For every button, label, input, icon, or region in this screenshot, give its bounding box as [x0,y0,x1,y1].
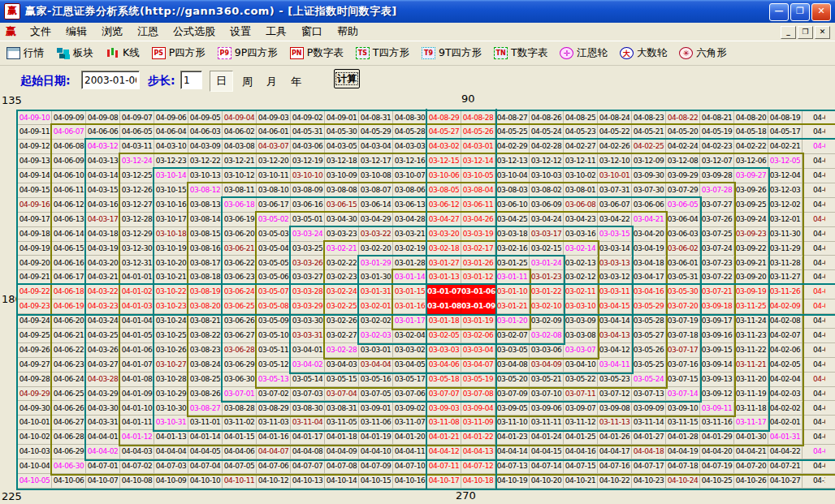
date-cell: 04-09-29 [18,387,52,402]
toolbar-item[interactable]: PSP四方形 [152,46,206,60]
date-cell: 03-05-02 [257,213,291,227]
date-cell: 03-05-21 [530,373,564,387]
unit-year-button[interactable]: 年 [291,75,301,89]
date-cell: 04-03-11 [120,140,154,154]
date-cell: 04-05-31 [291,125,325,140]
unit-day-button[interactable]: 日 [210,71,233,92]
start-date-cell: 03-01-08 [427,299,461,314]
toolbar-item[interactable]: ✛江恩轮 [560,46,608,60]
date-cell: 03-06-18 [223,198,257,213]
menu-item-5[interactable]: 设置 [223,24,258,39]
date-cell: 03-03-16 [564,227,598,242]
date-cell: 04-06-23 [52,358,86,373]
date-cell: 03-10-27 [154,358,188,373]
toolbar-item[interactable]: TNT数字表 [494,46,547,60]
date-cell: 04-01-17 [291,430,325,445]
toolbar-item[interactable]: PNP数字表 [290,46,344,60]
date-cell: 04-06-10 [52,169,86,183]
date-cell: 04-04-28 [803,373,835,387]
menu-item-2[interactable]: 浏览 [94,24,130,39]
date-cell: 03-12-08 [666,154,700,169]
menu-item-1[interactable]: 编辑 [58,24,94,39]
menu-item-8[interactable]: 帮助 [330,24,366,39]
date-cell: 03-11-29 [768,242,803,256]
date-cell: 03-04-08 [495,358,530,373]
date-cell: 03-09-27 [734,169,768,183]
date-cell: 04-08-30 [393,111,427,126]
date-cell: 04-03-20 [86,256,120,271]
date-cell: 04-10-25 [700,474,734,489]
date-cell: 03-09-25 [734,198,768,213]
window-minimize-button[interactable]: — [769,3,789,21]
toolbar-item-label: P四方形 [169,46,206,60]
window-close-button[interactable]: ✕ [811,3,831,21]
menu-item-7[interactable]: 窗口 [294,24,330,39]
toolbar-item[interactable]: K线 [106,46,140,60]
menu-item-4[interactable]: 公式选股 [166,24,223,39]
toolbar-item-label: 六角形 [696,46,727,60]
date-cell: 03-09-06 [530,402,564,416]
date-cell: 04-03-27 [86,358,120,373]
date-cell: 04-03-12 [86,140,120,154]
date-cell: 03-06-09 [530,198,564,213]
toolbar-item-label: 大数轮 [637,46,668,60]
toolbar-item[interactable]: T99T四方形 [422,46,482,60]
toolbar-item[interactable]: 行情 [6,46,44,60]
date-cell: 04-09-24 [18,314,52,329]
calculate-button[interactable]: 计算 [334,69,360,88]
toolbar-item-label: T四方形 [373,46,409,60]
toolbar-item[interactable]: P99P四方形 [218,46,278,60]
unit-week-button[interactable]: 周 [242,75,253,89]
child-restore-button[interactable]: ❐ [798,26,813,39]
date-cell: 04-10-08 [120,474,154,489]
date-cell: 03-03-30 [291,314,325,329]
toolbar-item[interactable]: 大大数轮 [620,46,668,60]
date-cell: 03-09-17 [700,314,734,329]
date-cell: 03-03-12 [598,270,632,285]
child-close-button[interactable]: ✕ [815,26,830,39]
date-cell: 03-05-13 [257,373,291,387]
parameter-bar: 起始日期: 步长: 日 周 月 年 计算 [0,66,835,109]
angle-label-90: 90 [461,93,475,105]
unit-month-button[interactable]: 月 [266,75,277,89]
date-cell: 03-04-09 [530,358,564,373]
date-cell: 03-08-14 [188,213,223,227]
date-cell: 03-06-01 [666,256,700,271]
date-cell: 03-05-23 [598,373,632,387]
toolbar-item[interactable]: ✳六角形 [679,46,727,60]
date-cell: 04-02-24 [666,140,700,154]
date-cell: 03-03-05 [495,343,530,358]
date-cell: 03-01-17 [393,314,427,329]
menu-item-0[interactable]: 文件 [23,24,58,39]
window-restore-button[interactable]: ❐ [790,3,810,21]
menu-item-3[interactable]: 江恩 [130,24,166,39]
date-cell: 03-11-06 [359,416,393,430]
menu-item-6[interactable]: 工具 [258,24,294,39]
date-cell: 03-10-28 [154,373,188,387]
date-cell: 03-02-02 [359,314,393,329]
window-title: 赢家-江恩证券分析系统(http://gann360.com) - [上证指数时… [25,4,397,19]
date-cell: 03-11-02 [223,416,257,430]
pn-table-icon: PN [290,47,304,59]
date-cell: 03-07-26 [700,213,734,227]
child-minimize-button[interactable]: _ [781,26,796,39]
date-cell: 03-05-29 [632,299,666,314]
date-cell: 03-01-13 [427,270,461,285]
date-cell: 03-08-26 [188,387,223,402]
date-cell: 03-07-25 [700,227,734,242]
start-date-input[interactable] [81,71,140,89]
date-cell: 03-01-31 [359,285,393,299]
date-cell: 03-12-27 [120,198,154,213]
date-cell: 03-06-24 [223,285,257,299]
toolbar-item[interactable]: TST四方形 [356,46,409,60]
date-cell: 04-09-01 [325,111,359,126]
date-cell: 04-05-21 [632,125,666,140]
date-cell: 04-03-18 [86,227,120,242]
date-cell: 04-03-10 [154,140,188,154]
date-cell: 04-04-06 [223,445,257,459]
date-cell: 03-08-16 [188,242,223,256]
step-input[interactable] [180,71,202,89]
date-cell: 03-05-09 [257,314,291,329]
toolbar-item[interactable]: 板块 [56,46,93,60]
date-cell: 04-02-23 [700,140,734,154]
